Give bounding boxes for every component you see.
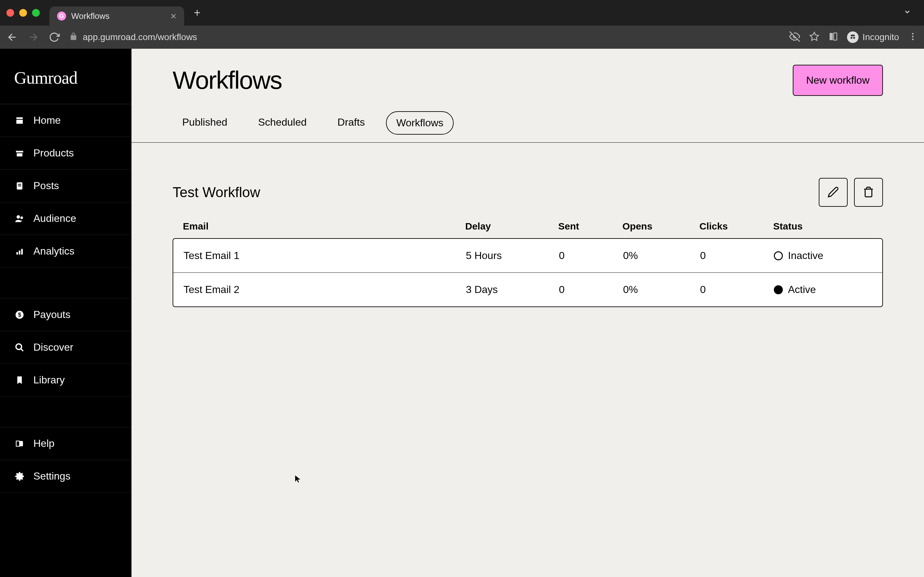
sidebar-item-settings[interactable]: Settings bbox=[0, 460, 131, 493]
svg-rect-16 bbox=[18, 184, 21, 185]
column-header-opens: Opens bbox=[622, 221, 699, 232]
status-indicator-icon bbox=[774, 251, 783, 260]
tracking-icon[interactable] bbox=[789, 31, 800, 43]
svg-rect-20 bbox=[16, 252, 18, 255]
reload-button[interactable] bbox=[49, 32, 60, 43]
status-label: Inactive bbox=[788, 250, 823, 261]
extensions-icon[interactable] bbox=[829, 32, 838, 43]
cell-sent: 0 bbox=[559, 284, 623, 295]
column-header-email: Email bbox=[183, 221, 465, 232]
logo-area[interactable]: Gumroad bbox=[0, 49, 131, 104]
close-window-button[interactable] bbox=[6, 9, 14, 17]
svg-rect-21 bbox=[19, 250, 21, 255]
menu-button[interactable] bbox=[908, 32, 918, 43]
sidebar-item-library[interactable]: Library bbox=[0, 364, 131, 396]
sidebar-item-home[interactable]: Home bbox=[0, 104, 131, 137]
sidebar-item-posts[interactable]: Posts bbox=[0, 169, 131, 202]
edit-button[interactable] bbox=[819, 178, 848, 207]
favicon-icon: G bbox=[57, 11, 66, 21]
minimize-window-button[interactable] bbox=[19, 9, 27, 17]
cell-sent: 0 bbox=[559, 250, 623, 261]
help-icon bbox=[14, 438, 25, 449]
back-button[interactable] bbox=[6, 31, 18, 43]
sidebar-item-help[interactable]: Help bbox=[0, 427, 131, 460]
table-row[interactable]: Test Email 2 3 Days 0 0% 0 Active bbox=[173, 273, 882, 306]
workflow-table: Email Delay Sent Opens Clicks Status Tes… bbox=[173, 214, 883, 307]
svg-point-9 bbox=[912, 36, 914, 37]
workflow-title: Test Workflow bbox=[173, 184, 260, 200]
maximize-window-button[interactable] bbox=[32, 9, 40, 17]
lock-icon bbox=[69, 32, 78, 42]
tab-drafts[interactable]: Drafts bbox=[328, 111, 375, 135]
sidebar-item-label: Library bbox=[33, 374, 65, 386]
cell-email: Test Email 2 bbox=[184, 284, 466, 295]
sidebar-item-label: Payouts bbox=[33, 309, 71, 321]
cell-clicks: 0 bbox=[700, 284, 774, 295]
svg-point-6 bbox=[851, 37, 853, 39]
tab-published[interactable]: Published bbox=[173, 111, 237, 135]
sidebar-item-label: Settings bbox=[33, 470, 71, 482]
svg-point-8 bbox=[912, 33, 914, 35]
sidebar-item-label: Discover bbox=[33, 342, 73, 353]
sidebar-item-label: Audience bbox=[33, 213, 76, 224]
main-content: Workflows New workflow Published Schedul… bbox=[132, 49, 924, 577]
svg-point-19 bbox=[21, 216, 23, 219]
bookmark-icon[interactable] bbox=[809, 31, 819, 43]
incognito-icon bbox=[847, 31, 859, 43]
workflow-actions bbox=[819, 178, 883, 207]
bookmark-icon bbox=[14, 375, 25, 386]
column-header-sent: Sent bbox=[558, 221, 622, 232]
tab-workflows[interactable]: Workflows bbox=[386, 111, 454, 135]
cell-clicks: 0 bbox=[700, 250, 774, 261]
sidebar-item-payouts[interactable]: $ Payouts bbox=[0, 298, 131, 331]
new-workflow-button[interactable]: New workflow bbox=[793, 65, 883, 96]
new-tab-button[interactable]: + bbox=[194, 6, 200, 19]
app: Gumroad Home Products Posts Audience Ana… bbox=[0, 49, 924, 577]
svg-rect-4 bbox=[830, 33, 833, 40]
nav-group-main: Home Products Posts Audience Analytics bbox=[0, 104, 131, 268]
cell-email: Test Email 1 bbox=[184, 250, 466, 261]
svg-rect-5 bbox=[834, 33, 837, 40]
profile-badge[interactable]: Incognito bbox=[847, 31, 899, 43]
table-header: Email Delay Sent Opens Clicks Status bbox=[173, 214, 883, 238]
tabs-dropdown-button[interactable] bbox=[903, 8, 911, 18]
address-bar: app.gumroad.com/workflows Incognito bbox=[0, 26, 924, 49]
table-row[interactable]: Test Email 1 5 Hours 0 0% 0 Inactive bbox=[173, 239, 882, 273]
url-bar[interactable]: app.gumroad.com/workflows bbox=[69, 32, 780, 42]
delete-button[interactable] bbox=[854, 178, 883, 207]
column-header-status: Status bbox=[773, 221, 873, 232]
svg-point-18 bbox=[17, 215, 20, 219]
cell-opens: 0% bbox=[623, 284, 700, 295]
cell-status: Active bbox=[774, 284, 872, 295]
search-icon bbox=[14, 342, 25, 353]
column-header-delay: Delay bbox=[465, 221, 558, 232]
tab-scheduled[interactable]: Scheduled bbox=[249, 111, 317, 135]
cell-opens: 0% bbox=[623, 250, 700, 261]
tab-bar: G Workflows × + bbox=[0, 0, 924, 26]
nav-spacer bbox=[0, 268, 131, 298]
forward-button[interactable] bbox=[27, 31, 39, 43]
cell-status: Inactive bbox=[774, 250, 872, 261]
nav-spacer bbox=[0, 396, 131, 427]
sidebar-item-discover[interactable]: Discover bbox=[0, 331, 131, 364]
sidebar-item-analytics[interactable]: Analytics bbox=[0, 235, 131, 268]
svg-point-10 bbox=[912, 39, 914, 40]
svg-rect-28 bbox=[16, 441, 20, 446]
svg-rect-11 bbox=[16, 117, 23, 119]
window-controls bbox=[6, 9, 40, 17]
browser-chrome: G Workflows × + app.gumroad.com/workflow… bbox=[0, 0, 924, 49]
sidebar-item-products[interactable]: Products bbox=[0, 137, 131, 169]
url-text: app.gumroad.com/workflows bbox=[83, 32, 197, 42]
svg-rect-14 bbox=[17, 153, 23, 156]
svg-rect-17 bbox=[18, 185, 21, 186]
close-tab-button[interactable]: × bbox=[170, 11, 176, 21]
profile-label: Incognito bbox=[863, 32, 899, 42]
sidebar-item-audience[interactable]: Audience bbox=[0, 202, 131, 235]
page-title: Workflows bbox=[173, 66, 282, 95]
status-label: Active bbox=[788, 284, 816, 295]
browser-tab[interactable]: G Workflows × bbox=[49, 6, 184, 26]
tabs: Published Scheduled Drafts Workflows bbox=[173, 111, 883, 142]
home-icon bbox=[14, 115, 25, 126]
cursor-icon bbox=[294, 474, 302, 485]
tab-title: Workflows bbox=[71, 11, 165, 21]
